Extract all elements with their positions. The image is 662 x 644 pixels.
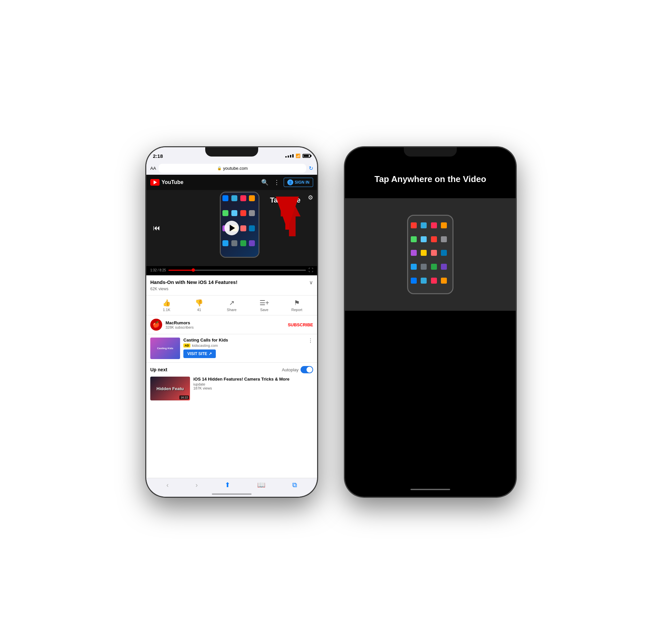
up-next-label: Up next xyxy=(150,367,167,372)
youtube-brand: YouTube xyxy=(162,179,183,185)
visit-label: VISIT SITE xyxy=(187,351,207,356)
ad-info: Casting Calls for Kids AD kidscasting.co… xyxy=(183,338,304,358)
video-info: Hands-On with New iOS 14 Features! ∨ 62K… xyxy=(146,275,317,296)
next-video-channel: iupdate xyxy=(193,382,313,386)
save-label: Save xyxy=(260,308,269,312)
next-video-info: iOS 14 Hidden Features! Camera Tricks & … xyxy=(193,376,313,400)
notch xyxy=(205,147,258,157)
ad-card: Casting Kids Casting Calls for Kids AD k… xyxy=(146,334,317,363)
visit-site-button[interactable]: VISIT SITE ↗ xyxy=(183,349,216,358)
play-button[interactable] xyxy=(224,221,239,235)
share-icon: ↗ xyxy=(229,299,235,307)
ad-source: kidscasting.com xyxy=(192,344,218,347)
dislike-count: 41 xyxy=(197,308,201,312)
lock-icon: 🔒 xyxy=(217,166,222,170)
play-triangle xyxy=(154,180,157,184)
left-phone: 2:18 📶 AA 🔒 youtube.com ↻ xyxy=(146,146,318,498)
youtube-logo[interactable]: YouTube xyxy=(150,179,183,186)
subscribe-button[interactable]: SUBSCRIBE xyxy=(288,322,313,327)
nav-back-icon[interactable]: ‹ xyxy=(166,481,169,489)
dark-home-indicator xyxy=(410,489,450,490)
ad-badge-row: AD kidscasting.com xyxy=(183,344,304,347)
left-screen: 2:18 📶 AA 🔒 youtube.com ↻ xyxy=(146,147,317,497)
progress-fill xyxy=(168,270,193,271)
autoplay-label: Autoplay xyxy=(282,367,299,372)
channel-name: MacRumors xyxy=(165,320,284,325)
like-button[interactable]: 👍 1.1K xyxy=(150,299,183,312)
up-next-header: Up next Autoplay xyxy=(146,363,317,376)
home-indicator xyxy=(212,493,252,495)
next-video-title: iOS 14 Hidden Features! Camera Tricks & … xyxy=(193,376,313,382)
nav-tabs-icon[interactable]: ⧉ xyxy=(292,481,297,489)
autoplay-toggle[interactable] xyxy=(300,366,313,373)
nav-forward-icon[interactable]: › xyxy=(196,481,198,489)
action-buttons: 👍 1.1K 👎 41 ↗ Share ☰+ Save ⚑ Report xyxy=(146,296,317,315)
progress-dot xyxy=(192,268,195,272)
play-triangle xyxy=(230,225,235,231)
signal-icon xyxy=(285,154,294,158)
url-bar[interactable]: AA 🔒 youtube.com ↻ xyxy=(146,162,317,175)
chevron-icon[interactable]: ∨ xyxy=(309,279,313,285)
share-button[interactable]: ↗ Share xyxy=(215,299,248,312)
like-icon: 👍 xyxy=(162,299,171,307)
red-arrow xyxy=(274,197,307,239)
toggle-dot xyxy=(306,367,313,373)
ad-title: Casting Calls for Kids xyxy=(183,338,304,343)
battery-icon xyxy=(302,154,311,158)
right-notch xyxy=(404,147,457,157)
duration-badge: 16:22 xyxy=(179,395,189,399)
ad-more-icon[interactable]: ⋮ xyxy=(308,338,313,344)
like-count: 1.1K xyxy=(163,308,170,312)
channel-row: 🍎 MacRumors 328K subscribers SUBSCRIBE xyxy=(146,315,317,334)
right-screen: Tap Anywhere on the Video xyxy=(345,147,516,497)
settings-icon[interactable]: ⚙ xyxy=(308,194,313,201)
refresh-icon[interactable]: ↻ xyxy=(309,165,313,171)
channel-subs: 328K subscribers xyxy=(165,325,284,329)
fullscreen-icon[interactable]: ⛶ xyxy=(309,268,313,273)
dark-video-area[interactable] xyxy=(345,198,516,311)
ad-badge: AD xyxy=(183,344,190,347)
ad-thumbnail: Casting Kids xyxy=(150,338,180,359)
url-text: youtube.com xyxy=(223,166,248,171)
search-icon[interactable]: 🔍 xyxy=(260,177,270,187)
external-link-icon: ↗ xyxy=(208,351,212,356)
video-title: Hands-On with New iOS 14 Features! xyxy=(150,279,306,285)
share-label: Share xyxy=(227,308,236,312)
nav-share-icon[interactable]: ⬆ xyxy=(225,481,230,489)
progress-track[interactable] xyxy=(168,270,306,271)
report-icon: ⚑ xyxy=(294,299,300,307)
autoplay-row: Autoplay xyxy=(282,366,313,373)
channel-info: MacRumors 328K subscribers xyxy=(165,320,284,329)
dislike-button[interactable]: 👎 41 xyxy=(183,299,215,312)
sign-in-label: SIGN IN xyxy=(295,180,310,185)
nav-bookmarks-icon[interactable]: 📖 xyxy=(257,481,266,489)
aa-button[interactable]: AA xyxy=(150,166,156,171)
youtube-header: YouTube 🔍 ⋮ 👤 SIGN IN xyxy=(146,175,317,190)
right-phone: Tap Anywhere on the Video xyxy=(344,146,516,498)
svg-marker-3 xyxy=(281,203,300,236)
view-count: 62K views xyxy=(150,286,313,291)
url-field[interactable]: 🔒 youtube.com xyxy=(159,164,306,173)
video-player[interactable]: Tap Here ⚙ ⏮ xyxy=(146,190,317,266)
status-time: 2:18 xyxy=(153,153,163,159)
youtube-play-icon xyxy=(150,179,160,186)
progress-bar-area[interactable]: 1:32 / 8:25 ⛶ xyxy=(146,266,317,275)
report-button[interactable]: ⚑ Report xyxy=(281,299,313,312)
save-button[interactable]: ☰+ Save xyxy=(248,299,280,312)
report-label: Report xyxy=(291,308,302,312)
next-video-thumbnail: Hidden Featu 16:22 xyxy=(150,376,190,400)
skip-prev-icon[interactable]: ⏮ xyxy=(153,224,160,232)
current-time: 1:32 / 8:25 xyxy=(150,268,166,272)
next-video-card[interactable]: Hidden Featu 16:22 iOS 14 Hidden Feature… xyxy=(146,376,317,404)
more-icon[interactable]: ⋮ xyxy=(272,177,281,187)
avatar-icon: 👤 xyxy=(287,179,293,185)
channel-avatar: 🍎 xyxy=(150,319,162,330)
sign-in-button[interactable]: 👤 SIGN IN xyxy=(284,178,313,187)
status-icons: 📶 xyxy=(285,154,311,158)
dislike-icon: 👎 xyxy=(195,299,203,307)
wifi-icon: 📶 xyxy=(296,154,300,158)
next-video-views: 187K views xyxy=(193,386,313,390)
save-icon: ☰+ xyxy=(259,299,269,307)
dark-phone-preview xyxy=(407,215,454,294)
